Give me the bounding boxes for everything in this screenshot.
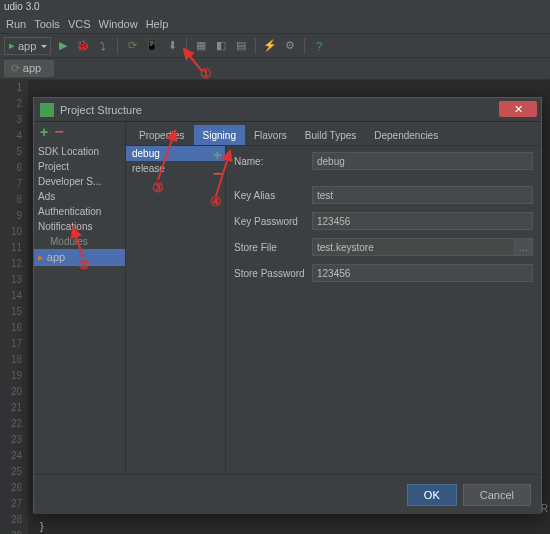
line-number: 1 xyxy=(0,80,27,96)
menubar: Run Tools VCS Window Help xyxy=(0,16,550,34)
line-number: 17 xyxy=(0,336,27,352)
line-number: 16 xyxy=(0,320,27,336)
line-number: 19 xyxy=(0,368,27,384)
left-toolbar: + − xyxy=(34,122,125,142)
line-number: 22 xyxy=(0,416,27,432)
main-toolbar: ▸app ▶ 🐞 ⤵ ⟳ 📱 ⬇ ▦ ◧ ▤ ⚡ ⚙ ? xyxy=(0,34,550,58)
add-module-icon[interactable]: + xyxy=(40,124,48,140)
line-number: 20 xyxy=(0,384,27,400)
config-list-tools: + − xyxy=(213,147,222,183)
breadcrumb-bar: ⟳ app xyxy=(0,58,550,80)
settings-tree: SDK Location Project Developer S... Ads … xyxy=(34,142,125,268)
keyalias-label: Key Alias xyxy=(234,190,312,201)
cancel-button[interactable]: Cancel xyxy=(463,484,531,506)
tab-buildtypes[interactable]: Build Types xyxy=(296,125,366,145)
storefile-browse-button[interactable]: … xyxy=(515,238,533,256)
attach-icon[interactable]: ⤵ xyxy=(95,38,111,54)
line-number: 3 xyxy=(0,112,27,128)
add-config-icon[interactable]: + xyxy=(213,147,221,163)
tree-ads[interactable]: Ads xyxy=(34,189,125,204)
line-number: 25 xyxy=(0,464,27,480)
tab-flavors[interactable]: Flavors xyxy=(245,125,296,145)
tab-signing[interactable]: Signing xyxy=(194,125,245,145)
separator xyxy=(255,38,256,54)
keyalias-field[interactable]: test xyxy=(312,186,533,204)
remove-module-icon[interactable]: − xyxy=(54,123,63,141)
line-number: 27 xyxy=(0,496,27,512)
line-number: 13 xyxy=(0,272,27,288)
separator xyxy=(117,38,118,54)
line-number: 26 xyxy=(0,480,27,496)
right-pane: Properties Signing Flavors Build Types D… xyxy=(126,122,541,474)
line-number: 12 xyxy=(0,256,27,272)
tree-sdk[interactable]: SDK Location xyxy=(34,144,125,159)
profile-icon[interactable]: ⚡ xyxy=(262,38,278,54)
dialog-title: Project Structure xyxy=(60,104,142,116)
line-number: 24 xyxy=(0,448,27,464)
line-number: 7 xyxy=(0,176,27,192)
menu-run[interactable]: Run xyxy=(6,18,26,31)
line-number: 5 xyxy=(0,144,27,160)
tree-notifications[interactable]: Notifications xyxy=(34,219,125,234)
debug-icon[interactable]: 🐞 xyxy=(75,38,91,54)
line-number: 4 xyxy=(0,128,27,144)
menu-help[interactable]: Help xyxy=(146,18,169,31)
name-field[interactable]: debug xyxy=(312,152,533,170)
close-button[interactable]: ✕ xyxy=(499,101,537,117)
code-fragment: } xyxy=(40,520,44,532)
tree-auth[interactable]: Authentication xyxy=(34,204,125,219)
menu-tools[interactable]: Tools xyxy=(34,18,60,31)
settings-icon[interactable]: ⚙ xyxy=(282,38,298,54)
line-number: 9 xyxy=(0,208,27,224)
assistant-icon[interactable]: ◧ xyxy=(213,38,229,54)
line-number: 18 xyxy=(0,352,27,368)
storefile-field[interactable]: test.keystore xyxy=(312,238,515,256)
run-config-combo[interactable]: ▸app xyxy=(4,37,51,55)
menu-vcs[interactable]: VCS xyxy=(68,18,91,31)
breadcrumb-item[interactable]: ⟳ app xyxy=(4,60,54,77)
avd-icon[interactable]: 📱 xyxy=(144,38,160,54)
tab-dependencies[interactable]: Dependencies xyxy=(365,125,447,145)
remove-config-icon[interactable]: − xyxy=(213,165,222,183)
tree-project[interactable]: Project xyxy=(34,159,125,174)
ok-button[interactable]: OK xyxy=(407,484,457,506)
name-label: Name: xyxy=(234,156,312,167)
project-structure-icon[interactable]: ▤ xyxy=(233,38,249,54)
sdk-icon[interactable]: ⬇ xyxy=(164,38,180,54)
line-number: 11 xyxy=(0,240,27,256)
signing-config-list: debug release + − xyxy=(126,146,226,474)
line-number: 2 xyxy=(0,96,27,112)
line-number: 29 xyxy=(0,528,27,534)
config-release[interactable]: release xyxy=(126,161,225,176)
sync-icon[interactable]: ⟳ xyxy=(124,38,140,54)
help-icon[interactable]: ? xyxy=(311,38,327,54)
layout-icon[interactable]: ▦ xyxy=(193,38,209,54)
storepass-field[interactable]: 123456 xyxy=(312,264,533,282)
line-number: 21 xyxy=(0,400,27,416)
separator xyxy=(304,38,305,54)
dialog-titlebar[interactable]: Project Structure ✕ xyxy=(34,98,541,122)
run-icon[interactable]: ▶ xyxy=(55,38,71,54)
signing-form: Name:debug Key Aliastest Key Password123… xyxy=(226,146,541,474)
keypass-label: Key Password xyxy=(234,216,312,227)
dialog-footer: OK Cancel xyxy=(34,474,541,514)
line-number: 10 xyxy=(0,224,27,240)
line-number: 14 xyxy=(0,288,27,304)
left-pane: + − SDK Location Project Developer S... … xyxy=(34,122,126,474)
editor-gutter: 1234567891011121314151617181920212223242… xyxy=(0,80,28,534)
line-number: 28 xyxy=(0,512,27,528)
tree-module-app[interactable]: ▸ app xyxy=(34,249,125,266)
tab-properties[interactable]: Properties xyxy=(130,125,194,145)
menu-window[interactable]: Window xyxy=(99,18,138,31)
android-icon xyxy=(40,103,54,117)
config-debug[interactable]: debug xyxy=(126,146,225,161)
line-number: 8 xyxy=(0,192,27,208)
storepass-label: Store Password xyxy=(234,268,312,279)
keypass-field[interactable]: 123456 xyxy=(312,212,533,230)
line-number: 6 xyxy=(0,160,27,176)
storefile-label: Store File xyxy=(234,242,312,253)
tabs: Properties Signing Flavors Build Types D… xyxy=(126,122,541,146)
window-title: udio 3.0 xyxy=(0,0,550,16)
tree-devservices[interactable]: Developer S... xyxy=(34,174,125,189)
project-structure-dialog: Project Structure ✕ + − SDK Location Pro… xyxy=(33,97,542,513)
